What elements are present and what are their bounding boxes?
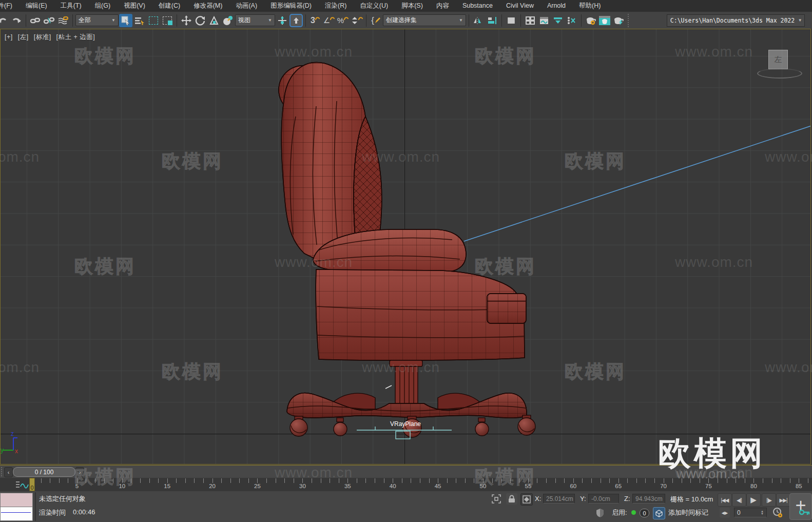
frame-tick-label: 70 [656,483,671,489]
select-and-manipulate-button[interactable] [289,14,303,27]
macro-recorder-pane[interactable] [0,493,33,507]
time-tag-cube-button[interactable] [653,507,665,519]
menu-item-1[interactable]: 编辑(E) [19,0,54,12]
viewcube[interactable]: 左 [768,50,788,69]
shield-icon[interactable] [594,507,606,518]
use-pivot-center-button[interactable] [276,14,289,27]
frame-tick-label: 20 [205,483,220,489]
menu-item-13[interactable]: Substance [456,0,499,12]
isolate-selection-toggle[interactable] [491,493,502,505]
play-button[interactable]: ▶ [746,493,761,507]
menu-item-3[interactable]: 组(G) [88,0,118,12]
viewport-style-name[interactable]: [标准] [34,33,51,41]
render-setup-button[interactable] [584,14,597,27]
menu-item-9[interactable]: 渲染(R) [318,0,353,12]
angle-snap-toggle-button[interactable]: ∠ [322,14,336,27]
reference-coordinate-dropdown[interactable]: 视图 ▼ [235,14,275,26]
set-key-button[interactable]: + [789,493,812,520]
unlink-selection-icon[interactable] [43,14,56,27]
mini-curve-editor-icon[interactable] [15,479,29,490]
x-coordinate-label: X: [535,495,541,502]
toggle-ribbon-button[interactable] [551,14,565,27]
schematic-view-button[interactable] [565,14,578,27]
bind-to-space-warp-icon[interactable] [56,14,70,27]
select-and-rotate-button[interactable] [194,14,207,27]
undo-icon[interactable] [0,14,9,27]
menu-item-5[interactable]: 创建(C) [152,0,187,12]
select-object-button[interactable] [119,14,132,27]
render-production-button[interactable] [612,14,625,27]
snaps-toggle-3d-button[interactable]: 3 [308,14,322,27]
menu-item-16[interactable]: 帮助(H) [572,0,607,12]
menu-item-7[interactable]: 动画(A) [229,0,264,12]
frame-spinner[interactable]: ▲▼ [761,510,764,515]
y-coordinate-field[interactable]: -0.0cm [588,494,619,504]
absolute-mode-toggle[interactable] [520,493,533,506]
viewcube-compass-ring[interactable] [757,68,802,79]
current-frame-field-value: 0 [737,509,741,516]
curve-editor-button[interactable] [537,14,551,27]
current-frame-marker[interactable]: 0 [29,478,35,491]
redo-icon[interactable] [10,14,23,27]
3dsmax-window: 文件(F)编辑(E)工具(T)组(G)视图(V)创建(C)修改器(M)动画(A)… [0,0,812,522]
time-slider[interactable]: 0 / 100 [13,467,75,477]
window-crossing-toggle[interactable] [161,14,174,27]
named-selection-sets-dropdown[interactable]: 创建选择集 ▼ [383,14,466,26]
align-button[interactable] [486,14,499,27]
menu-item-8[interactable]: 图形编辑器(D) [264,0,318,12]
z-coordinate-field[interactable]: 94.943cm [632,494,665,504]
toggle-layer-explorer-button[interactable] [524,14,537,27]
menu-item-12[interactable]: 内容 [430,0,456,12]
project-folder-dropdown[interactable]: C:\Users\Han\Documents\3ds Max 2022 ▼ [667,14,805,27]
toggle-scene-explorer-button[interactable] [505,14,518,27]
track-bar[interactable]: 0510152025303540455055606570758085 0 [0,478,812,492]
menu-item-14[interactable]: Civil View [499,0,540,12]
time-slider-prev-button[interactable]: ‹ [4,467,13,477]
select-by-name-button[interactable] [133,14,146,27]
percent-snap-toggle-button[interactable]: % [336,14,350,27]
viewport-view-name[interactable]: [左] [18,33,29,41]
previous-frame-button[interactable]: ◀|| [732,493,746,507]
x-coordinate-field[interactable]: 25.014cm [543,494,575,504]
chevron-down-icon: ▼ [459,18,463,23]
script-listener-pane[interactable] [0,507,33,521]
add-time-tag[interactable]: 添加时间标记 [668,508,708,517]
go-to-end-button[interactable]: ▶▶| [776,493,790,507]
menu-item-15[interactable]: Arnold [540,0,572,12]
viewport-menu-plus[interactable]: [+] [5,33,13,41]
axis-x-label: x [15,448,18,455]
next-frame-button[interactable]: ||▶ [762,493,776,507]
axis-y-label: y [1,447,4,454]
mirror-button[interactable] [472,14,485,27]
menu-item-11[interactable]: 脚本(S) [395,0,430,12]
current-frame-field[interactable]: 0 ▲▼ [734,508,767,517]
chair-wireframe[interactable] [1,29,811,464]
go-to-start-button[interactable]: |◀◀ [718,493,732,507]
menu-item-4[interactable]: 视图(V) [117,0,152,12]
rendered-frame-window-button[interactable] [598,14,611,27]
edit-named-selection-sets-button[interactable]: { [369,14,382,27]
selection-lock-toggle[interactable] [506,493,517,505]
selection-filter-dropdown[interactable]: 全部 ▼ [75,14,119,26]
select-and-scale-button[interactable] [207,14,221,27]
frame-tick-label: 75 [701,483,717,489]
viewport-shading-name[interactable]: [粘土 + 边面] [56,33,95,41]
frame-tick-label: 5 [69,483,85,489]
menu-item-2[interactable]: 工具(T) [54,0,88,12]
select-and-link-icon[interactable] [29,14,42,27]
viewport-left-orthographic[interactable]: [+] [左] [标准] [粘土 + 边面] 左 VRayPlane z y x [0,29,811,465]
spinner-snap-toggle-button[interactable] [350,14,363,27]
time-configuration-button[interactable] [772,507,783,518]
menu-item-0[interactable]: 文件(F) [0,0,19,12]
select-and-move-button[interactable] [180,14,193,27]
menu-item-6[interactable]: 修改器(M) [187,0,229,12]
enable-zero-badge[interactable]: 0 [640,509,649,517]
select-and-place-button[interactable] [221,14,235,27]
named-selection-sets-value: 创建选择集 [386,16,417,25]
world-axis-tripod: z y x [1,430,31,455]
viewport-label[interactable]: [+] [左] [标准] [粘土 + 边面] [5,33,98,42]
key-mode-toggle[interactable]: ◀▶ [720,508,730,518]
time-slider-next-button[interactable]: › [75,467,84,477]
menu-item-10[interactable]: 自定义(U) [353,0,395,12]
rectangular-selection-region-button[interactable] [147,14,160,27]
